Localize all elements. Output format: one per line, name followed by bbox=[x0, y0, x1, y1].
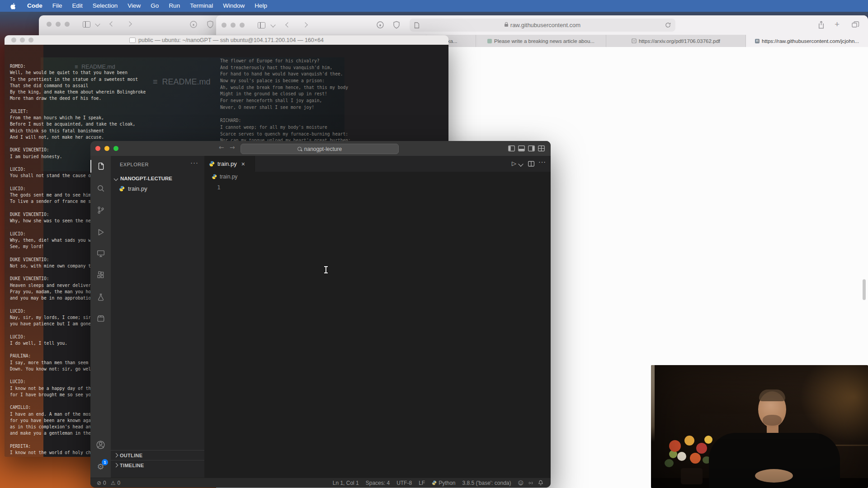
zoom-icon[interactable] bbox=[65, 22, 70, 27]
forward-icon[interactable] bbox=[302, 22, 307, 27]
breadcrumb[interactable]: train.py bbox=[204, 172, 551, 182]
timeline-section[interactable]: TIMELINE bbox=[111, 460, 204, 470]
status-bar: ⊘ 0 ⚠ 0 Ln 1, Col 1 Spaces: 4 UTF-8 LF P… bbox=[90, 478, 551, 488]
close-icon[interactable] bbox=[222, 23, 226, 28]
sidebar-toggle-icon[interactable] bbox=[83, 21, 90, 28]
file-row-train-py[interactable]: train.py bbox=[111, 183, 204, 193]
menu-item[interactable]: Go bbox=[146, 0, 164, 12]
scrollbar-thumb[interactable] bbox=[863, 279, 866, 300]
minimize-icon[interactable] bbox=[104, 146, 109, 151]
menu-item[interactable]: View bbox=[123, 0, 146, 12]
url-text[interactable]: raw.githubusercontent.com bbox=[510, 22, 580, 28]
close-tab-icon[interactable]: × bbox=[241, 160, 245, 168]
new-tab-icon[interactable]: + bbox=[835, 19, 840, 29]
terminal-line: For hand to hand he would have vanquish'… bbox=[220, 71, 448, 78]
menu-item[interactable]: Selection bbox=[88, 0, 123, 12]
toggle-panel-icon[interactable] bbox=[518, 145, 525, 151]
source-control-icon[interactable] bbox=[90, 201, 111, 219]
more-actions-icon[interactable]: ··· bbox=[190, 159, 198, 166]
close-icon[interactable] bbox=[11, 38, 16, 42]
toggle-secondary-sidebar-icon[interactable] bbox=[528, 145, 535, 151]
terminal-line: Never, O never shall I see more joy! bbox=[220, 104, 448, 111]
menu-item[interactable]: Code bbox=[22, 0, 47, 12]
minimize-icon[interactable] bbox=[231, 23, 236, 28]
extensions-icon[interactable] bbox=[90, 266, 111, 284]
accounts-icon[interactable] bbox=[90, 436, 111, 454]
back-icon[interactable] bbox=[285, 22, 290, 27]
remote-explorer-icon[interactable] bbox=[90, 244, 111, 263]
browser-tab-2[interactable]: Please write a breaking news article abo… bbox=[476, 35, 606, 47]
browser-tab-3[interactable]: https://arxiv.org/pdf/1706.03762.pdf bbox=[606, 35, 746, 47]
chevron-down-icon[interactable] bbox=[270, 22, 275, 27]
encoding[interactable]: UTF-8 bbox=[396, 480, 412, 486]
menu-item[interactable]: File bbox=[47, 0, 67, 12]
customize-layout-icon[interactable] bbox=[538, 145, 545, 151]
terminal-line: And treacherously hast thou vanquish'd h… bbox=[220, 65, 448, 71]
forward-icon[interactable] bbox=[127, 21, 132, 26]
language-mode[interactable]: Python bbox=[432, 480, 455, 486]
more-actions-icon[interactable]: ··· bbox=[538, 158, 546, 165]
nav-back-icon[interactable]: ← bbox=[219, 144, 224, 151]
tab-overview-icon[interactable] bbox=[852, 21, 859, 28]
apple-icon[interactable] bbox=[10, 3, 17, 9]
tab-label: https://arxiv.org/pdf/1706.03762.pdf bbox=[639, 38, 720, 44]
chevron-down-icon[interactable] bbox=[95, 21, 100, 26]
share-icon[interactable] bbox=[817, 20, 825, 29]
back-icon[interactable] bbox=[109, 21, 114, 26]
close-icon[interactable] bbox=[47, 22, 52, 27]
reload-icon[interactable] bbox=[665, 22, 671, 28]
webcam-overlay bbox=[651, 365, 868, 488]
run-debug-icon[interactable] bbox=[90, 223, 111, 241]
breadcrumb-item[interactable]: train.py bbox=[220, 174, 237, 180]
split-editor-icon[interactable] bbox=[528, 161, 534, 167]
menu-item[interactable]: Help bbox=[250, 0, 272, 12]
browser-tab-4-active[interactable]: R https://raw.githubusercontent.com/jcjo… bbox=[746, 35, 868, 47]
menu-item[interactable]: Window bbox=[218, 0, 250, 12]
zoom-icon[interactable] bbox=[28, 38, 33, 42]
menu-items: CodeFileEditSelectionViewGoRunTerminalWi… bbox=[22, 0, 272, 12]
feedback-icon[interactable]: ☺ bbox=[518, 480, 524, 486]
testing-icon[interactable] bbox=[90, 288, 111, 306]
tab-train-py[interactable]: train.py × bbox=[204, 156, 255, 172]
zoom-icon[interactable] bbox=[240, 23, 245, 28]
terminal-line: Might in the ground be closed up in rest… bbox=[220, 91, 448, 98]
menu-item[interactable]: Edit bbox=[67, 0, 88, 12]
explorer-icon[interactable] bbox=[90, 157, 111, 175]
terminal-line: I cannot weep; for all my body's moistur… bbox=[220, 124, 448, 131]
search-icon[interactable] bbox=[90, 179, 111, 197]
privacy-report-icon[interactable] bbox=[189, 20, 198, 28]
terminal-line: Scarce serves to quench my furnace-burni… bbox=[220, 131, 448, 138]
close-icon[interactable] bbox=[95, 146, 100, 151]
toggle-sidebar-icon[interactable] bbox=[508, 145, 515, 151]
minimize-icon[interactable] bbox=[56, 22, 61, 27]
cursor-position[interactable]: Ln 1, Col 1 bbox=[333, 480, 359, 486]
terminal-line: Well, he would be quiet to that you have… bbox=[10, 70, 218, 76]
docker-icon[interactable] bbox=[90, 310, 111, 328]
shield-icon[interactable] bbox=[207, 20, 214, 28]
privacy-report-icon[interactable] bbox=[376, 21, 384, 29]
outline-section[interactable]: OUTLINE bbox=[111, 450, 204, 460]
sidebar-toggle-icon[interactable] bbox=[258, 22, 265, 28]
project-folder-row[interactable]: NANOGPT-LECTURE bbox=[111, 174, 204, 183]
nav-forward-icon[interactable]: → bbox=[230, 144, 235, 151]
zoom-icon[interactable] bbox=[113, 146, 118, 151]
vscode-titlebar[interactable]: ← → nanogpt-lecture bbox=[90, 141, 551, 156]
broadcast-icon[interactable] bbox=[528, 480, 533, 486]
python-interpreter[interactable]: 3.8.5 ('base': conda) bbox=[462, 480, 511, 486]
command-center-search[interactable]: nanogpt-lecture bbox=[241, 144, 399, 154]
editor-body[interactable] bbox=[226, 182, 551, 478]
tab-label: Please write a breaking news article abo… bbox=[494, 38, 594, 44]
page-settings-icon[interactable] bbox=[414, 22, 420, 28]
problems-status[interactable]: ⊘ 0 ⚠ 0 bbox=[97, 480, 120, 486]
address-bar[interactable]: raw.githubusercontent.com bbox=[410, 19, 675, 32]
menu-item[interactable]: Terminal bbox=[185, 0, 218, 12]
run-python-file-icon[interactable]: ▷ bbox=[512, 160, 516, 167]
settings-gear-icon[interactable]: ⚙ 1 bbox=[90, 457, 111, 475]
notifications-bell-icon[interactable] bbox=[538, 480, 543, 486]
shield-icon[interactable] bbox=[393, 21, 400, 29]
eol-sequence[interactable]: LF bbox=[419, 480, 425, 486]
run-dropdown-icon[interactable] bbox=[518, 161, 523, 166]
minimize-icon[interactable] bbox=[20, 38, 25, 42]
indentation[interactable]: Spaces: 4 bbox=[366, 480, 390, 486]
menu-item[interactable]: Run bbox=[164, 0, 185, 12]
